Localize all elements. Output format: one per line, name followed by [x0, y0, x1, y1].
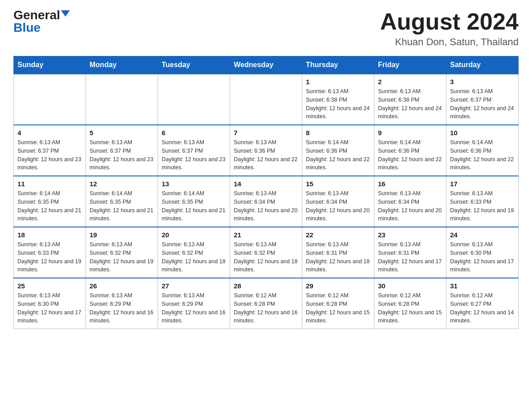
- logo-triangle-icon: [61, 10, 70, 17]
- day-number: 1: [306, 78, 370, 86]
- day-number: 31: [450, 282, 515, 290]
- day-number: 2: [378, 78, 442, 86]
- day-info: Sunrise: 6:13 AMSunset: 6:29 PMDaylight:…: [90, 291, 154, 325]
- location-title: Khuan Don, Satun, Thailand: [380, 36, 519, 48]
- calendar-cell: 1Sunrise: 6:13 AMSunset: 6:38 PMDaylight…: [302, 74, 374, 125]
- calendar-cell: [86, 74, 158, 125]
- day-info: Sunrise: 6:14 AMSunset: 6:36 PMDaylight:…: [450, 138, 515, 172]
- day-number: 27: [162, 282, 226, 290]
- day-number: 8: [306, 129, 370, 137]
- day-info: Sunrise: 6:13 AMSunset: 6:36 PMDaylight:…: [234, 138, 298, 172]
- calendar-cell: 21Sunrise: 6:13 AMSunset: 6:32 PMDayligh…: [230, 227, 302, 278]
- calendar-cell: 16Sunrise: 6:13 AMSunset: 6:34 PMDayligh…: [374, 176, 446, 227]
- day-info: Sunrise: 6:13 AMSunset: 6:33 PMDaylight:…: [17, 240, 82, 274]
- day-info: Sunrise: 6:12 AMSunset: 6:28 PMDaylight:…: [234, 291, 298, 325]
- calendar-cell: [230, 74, 302, 125]
- day-number: 19: [90, 231, 154, 239]
- day-info: Sunrise: 6:13 AMSunset: 6:34 PMDaylight:…: [306, 189, 370, 223]
- calendar-week-row: 18Sunrise: 6:13 AMSunset: 6:33 PMDayligh…: [14, 227, 519, 278]
- calendar-cell: 10Sunrise: 6:14 AMSunset: 6:36 PMDayligh…: [446, 125, 519, 176]
- calendar-week-row: 11Sunrise: 6:14 AMSunset: 6:35 PMDayligh…: [14, 176, 519, 227]
- day-info: Sunrise: 6:13 AMSunset: 6:34 PMDaylight:…: [378, 189, 442, 223]
- day-of-week-header: Monday: [86, 56, 158, 74]
- day-of-week-header: Wednesday: [230, 56, 302, 74]
- month-title: August 2024: [380, 9, 519, 34]
- calendar-week-row: 4Sunrise: 6:13 AMSunset: 6:37 PMDaylight…: [14, 125, 519, 176]
- day-number: 3: [450, 78, 515, 86]
- day-info: Sunrise: 6:14 AMSunset: 6:35 PMDaylight:…: [17, 189, 82, 223]
- calendar-cell: 24Sunrise: 6:13 AMSunset: 6:30 PMDayligh…: [446, 227, 519, 278]
- calendar-week-row: 25Sunrise: 6:13 AMSunset: 6:30 PMDayligh…: [14, 278, 519, 329]
- calendar-cell: 17Sunrise: 6:13 AMSunset: 6:33 PMDayligh…: [446, 176, 519, 227]
- day-info: Sunrise: 6:14 AMSunset: 6:36 PMDaylight:…: [306, 138, 370, 172]
- calendar-cell: 3Sunrise: 6:13 AMSunset: 6:37 PMDaylight…: [446, 74, 519, 125]
- day-number: 29: [306, 282, 370, 290]
- day-number: 5: [90, 129, 154, 137]
- logo: General Blue: [13, 9, 70, 34]
- calendar-cell: 2Sunrise: 6:13 AMSunset: 6:38 PMDaylight…: [374, 74, 446, 125]
- day-info: Sunrise: 6:14 AMSunset: 6:35 PMDaylight:…: [162, 189, 226, 223]
- day-number: 26: [90, 282, 154, 290]
- day-info: Sunrise: 6:13 AMSunset: 6:30 PMDaylight:…: [17, 291, 82, 325]
- day-info: Sunrise: 6:13 AMSunset: 6:38 PMDaylight:…: [306, 87, 370, 121]
- calendar-cell: 13Sunrise: 6:14 AMSunset: 6:35 PMDayligh…: [158, 176, 230, 227]
- day-info: Sunrise: 6:13 AMSunset: 6:29 PMDaylight:…: [162, 291, 226, 325]
- day-number: 11: [17, 180, 82, 188]
- day-number: 21: [234, 231, 298, 239]
- day-info: Sunrise: 6:12 AMSunset: 6:28 PMDaylight:…: [306, 291, 370, 325]
- calendar-cell: [14, 74, 86, 125]
- page-header: General Blue August 2024 Khuan Don, Satu…: [13, 9, 519, 48]
- title-area: August 2024 Khuan Don, Satun, Thailand: [380, 9, 519, 48]
- day-info: Sunrise: 6:14 AMSunset: 6:35 PMDaylight:…: [90, 189, 154, 223]
- day-info: Sunrise: 6:13 AMSunset: 6:37 PMDaylight:…: [162, 138, 226, 172]
- day-number: 17: [450, 180, 515, 188]
- day-number: 14: [234, 180, 298, 188]
- day-info: Sunrise: 6:13 AMSunset: 6:38 PMDaylight:…: [378, 87, 442, 121]
- calendar-cell: 20Sunrise: 6:13 AMSunset: 6:32 PMDayligh…: [158, 227, 230, 278]
- day-info: Sunrise: 6:13 AMSunset: 6:30 PMDaylight:…: [450, 240, 515, 274]
- day-of-week-header: Friday: [374, 56, 446, 74]
- calendar-cell: 6Sunrise: 6:13 AMSunset: 6:37 PMDaylight…: [158, 125, 230, 176]
- day-info: Sunrise: 6:13 AMSunset: 6:34 PMDaylight:…: [234, 189, 298, 223]
- day-number: 23: [378, 231, 442, 239]
- calendar-table: SundayMondayTuesdayWednesdayThursdayFrid…: [13, 56, 519, 329]
- day-info: Sunrise: 6:13 AMSunset: 6:37 PMDaylight:…: [17, 138, 82, 172]
- day-info: Sunrise: 6:13 AMSunset: 6:32 PMDaylight:…: [162, 240, 226, 274]
- calendar-cell: 19Sunrise: 6:13 AMSunset: 6:32 PMDayligh…: [86, 227, 158, 278]
- calendar-cell: 11Sunrise: 6:14 AMSunset: 6:35 PMDayligh…: [14, 176, 86, 227]
- day-of-week-header: Sunday: [14, 56, 86, 74]
- day-info: Sunrise: 6:13 AMSunset: 6:32 PMDaylight:…: [90, 240, 154, 274]
- calendar-cell: 8Sunrise: 6:14 AMSunset: 6:36 PMDaylight…: [302, 125, 374, 176]
- calendar-cell: 5Sunrise: 6:13 AMSunset: 6:37 PMDaylight…: [86, 125, 158, 176]
- day-number: 4: [17, 129, 82, 137]
- day-number: 24: [450, 231, 515, 239]
- day-number: 7: [234, 129, 298, 137]
- day-info: Sunrise: 6:13 AMSunset: 6:37 PMDaylight:…: [450, 87, 515, 121]
- calendar-cell: 18Sunrise: 6:13 AMSunset: 6:33 PMDayligh…: [14, 227, 86, 278]
- day-of-week-header: Thursday: [302, 56, 374, 74]
- day-info: Sunrise: 6:13 AMSunset: 6:31 PMDaylight:…: [306, 240, 370, 274]
- calendar-cell: 15Sunrise: 6:13 AMSunset: 6:34 PMDayligh…: [302, 176, 374, 227]
- day-info: Sunrise: 6:13 AMSunset: 6:32 PMDaylight:…: [234, 240, 298, 274]
- calendar-week-row: 1Sunrise: 6:13 AMSunset: 6:38 PMDaylight…: [14, 74, 519, 125]
- day-info: Sunrise: 6:13 AMSunset: 6:37 PMDaylight:…: [90, 138, 154, 172]
- calendar-cell: [158, 74, 230, 125]
- day-number: 10: [450, 129, 515, 137]
- day-number: 13: [162, 180, 226, 188]
- logo-text-general: General: [13, 9, 60, 21]
- calendar-cell: 26Sunrise: 6:13 AMSunset: 6:29 PMDayligh…: [86, 278, 158, 329]
- day-number: 9: [378, 129, 442, 137]
- day-info: Sunrise: 6:12 AMSunset: 6:28 PMDaylight:…: [378, 291, 442, 325]
- day-info: Sunrise: 6:14 AMSunset: 6:36 PMDaylight:…: [378, 138, 442, 172]
- day-number: 12: [90, 180, 154, 188]
- day-info: Sunrise: 6:12 AMSunset: 6:27 PMDaylight:…: [450, 291, 515, 325]
- calendar-cell: 9Sunrise: 6:14 AMSunset: 6:36 PMDaylight…: [374, 125, 446, 176]
- day-info: Sunrise: 6:13 AMSunset: 6:31 PMDaylight:…: [378, 240, 442, 274]
- calendar-cell: 7Sunrise: 6:13 AMSunset: 6:36 PMDaylight…: [230, 125, 302, 176]
- calendar-cell: 30Sunrise: 6:12 AMSunset: 6:28 PMDayligh…: [374, 278, 446, 329]
- day-number: 15: [306, 180, 370, 188]
- calendar-cell: 23Sunrise: 6:13 AMSunset: 6:31 PMDayligh…: [374, 227, 446, 278]
- calendar-cell: 31Sunrise: 6:12 AMSunset: 6:27 PMDayligh…: [446, 278, 519, 329]
- logo-text-blue: Blue: [13, 21, 41, 34]
- day-number: 25: [17, 282, 82, 290]
